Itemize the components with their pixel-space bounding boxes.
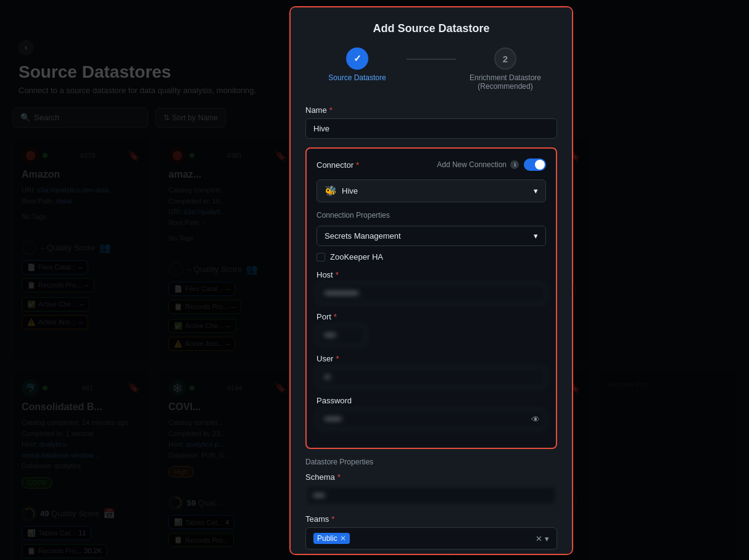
zookeeper-row: ZooKeeper HA: [317, 252, 546, 261]
host-label: Host *: [317, 270, 546, 279]
user-label: User *: [317, 354, 546, 363]
port-group: Port *: [317, 312, 546, 345]
teams-right: ✕ ▾: [536, 534, 549, 543]
port-input[interactable]: [317, 325, 366, 345]
zookeeper-label: ZooKeeper HA: [330, 252, 383, 261]
connector-emoji: 🐝: [325, 185, 337, 197]
connector-header: Connector * Add New Connection ℹ: [317, 159, 546, 171]
name-group: Name *: [305, 105, 557, 139]
step-1-label: Source Datastore: [328, 73, 386, 82]
datastore-props-title: Datastore Properties: [305, 458, 557, 466]
user-group: User *: [317, 354, 546, 387]
password-input-wrapper: 👁: [317, 409, 546, 429]
step-connector: [407, 59, 456, 60]
password-input[interactable]: [317, 409, 546, 429]
schema-label: Schema *: [305, 472, 557, 482]
connector-select[interactable]: 🐝 Hive ▾: [317, 179, 546, 202]
add-connection-row: Add New Connection ℹ: [437, 159, 546, 171]
name-label: Name *: [305, 105, 557, 115]
name-input[interactable]: [305, 118, 557, 139]
clear-icon[interactable]: ✕: [536, 534, 542, 543]
chevron-down-icon: ▾: [534, 186, 538, 196]
modal-title: Add Source Datastore: [305, 22, 557, 35]
zookeeper-checkbox[interactable]: [317, 253, 325, 261]
password-group: Password 👁: [317, 396, 546, 429]
connector-value: Hive: [342, 186, 358, 196]
required-star: *: [356, 160, 359, 170]
stepper: ✓ Source Datastore 2 Enrichment Datastor…: [305, 47, 557, 91]
add-connection-toggle[interactable]: [524, 159, 546, 171]
step-2: 2 Enrichment Datastore(Recommended): [456, 47, 555, 91]
team-tag-public: Public ✕: [313, 533, 350, 544]
chevron-down-icon[interactable]: ▾: [545, 534, 549, 543]
eye-icon[interactable]: 👁: [531, 414, 540, 424]
secrets-select[interactable]: Secrets Management ▾: [317, 226, 546, 246]
port-label: Port *: [317, 312, 546, 321]
add-source-datastore-modal: Add Source Datastore ✓ Source Datastore …: [289, 6, 573, 555]
add-connection-label: Add New Connection ℹ: [437, 160, 519, 169]
step-2-circle: 2: [494, 47, 516, 70]
connector-section: Connector * Add New Connection ℹ 🐝 Hive …: [305, 147, 557, 449]
info-icon: ℹ: [510, 160, 519, 169]
conn-props-title: Connection Properties: [317, 211, 546, 220]
host-input[interactable]: [317, 283, 546, 303]
required-star: *: [329, 105, 333, 115]
user-input[interactable]: [317, 367, 546, 387]
password-label: Password: [317, 396, 546, 405]
connector-label: Connector *: [317, 160, 359, 170]
step-2-label: Enrichment Datastore(Recommended): [470, 73, 541, 91]
host-group: Host *: [317, 270, 546, 303]
team-tag-remove[interactable]: ✕: [340, 534, 346, 543]
step-1-circle: ✓: [346, 47, 368, 70]
teams-input[interactable]: Public ✕ ✕ ▾: [305, 527, 557, 550]
teams-group: Teams * Public ✕ ✕ ▾: [305, 514, 557, 550]
schema-input[interactable]: [305, 485, 557, 506]
step-1: ✓ Source Datastore: [308, 47, 407, 82]
chevron-down-icon: ▾: [534, 231, 538, 241]
schema-group: Schema *: [305, 472, 557, 506]
teams-label: Teams *: [305, 514, 557, 524]
